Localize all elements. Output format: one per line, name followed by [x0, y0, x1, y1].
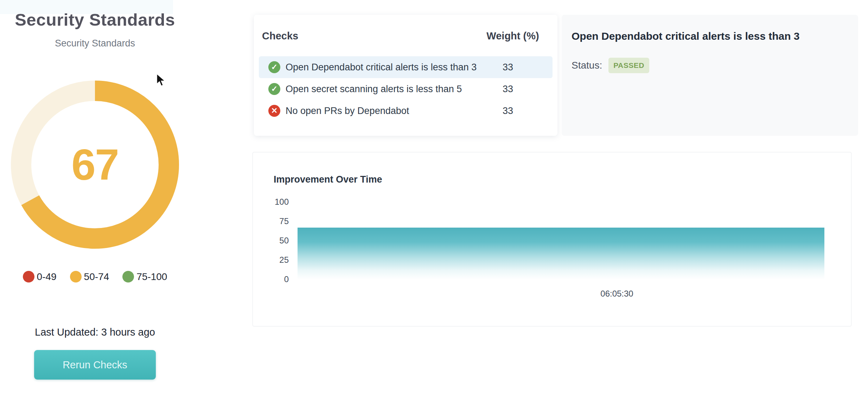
legend-dot-icon: [70, 271, 82, 282]
chart-title: Improvement Over Time: [274, 174, 382, 185]
status-label: Status:: [572, 60, 602, 71]
check-pass-icon: ✓: [268, 83, 280, 95]
check-row-label: No open PRs by Dependabot: [286, 106, 478, 116]
check-row[interactable]: ✓Open secret scanning alerts is less tha…: [259, 78, 553, 100]
legend-item-75-100: 75-100: [122, 271, 167, 282]
check-row-label: Open secret scanning alerts is less than…: [286, 84, 478, 95]
check-row[interactable]: ✓Open Dependabot critical alerts is less…: [259, 56, 553, 78]
check-pass-icon: ✓: [268, 61, 280, 73]
legend-label: 0-49: [37, 271, 57, 282]
y-tick-label: 75: [257, 216, 289, 226]
check-row-label: Open Dependabot critical alerts is less …: [286, 62, 478, 73]
check-row-weight: 33: [478, 84, 538, 95]
last-updated-text: Last Updated: 3 hours ago: [7, 326, 183, 338]
checks-panel-header: Checks Weight (%): [254, 30, 557, 42]
y-tick-label: 50: [257, 236, 289, 246]
check-row[interactable]: ✕No open PRs by Dependabot33: [259, 100, 553, 122]
page-title: Security Standards: [7, 10, 183, 30]
legend-item-0-49: 0-49: [23, 271, 57, 282]
legend-label: 75-100: [136, 271, 167, 282]
y-tick-label: 25: [257, 255, 289, 265]
chart-area-series: [298, 228, 824, 279]
check-row-weight: 33: [478, 106, 538, 116]
check-row-weight: 33: [478, 62, 538, 73]
legend-dot-icon: [122, 271, 134, 282]
page-subtitle: Security Standards: [7, 38, 183, 49]
security-standards-dashboard: Security Standards Security Standards 67…: [0, 0, 868, 394]
checks-list: ✓Open Dependabot critical alerts is less…: [259, 56, 553, 122]
legend-dot-icon: [23, 271, 34, 282]
status-row: Status: PASSED: [562, 58, 858, 73]
y-tick-label: 100: [257, 197, 289, 207]
status-badge: PASSED: [608, 58, 649, 73]
checks-column-header: Checks: [254, 30, 483, 42]
gauge-score-value: 67: [11, 80, 179, 249]
chart-x-tick-label: 06:05:30: [596, 289, 638, 299]
check-detail-panel: Open Dependabot critical alerts is less …: [562, 15, 858, 136]
weight-column-header: Weight (%): [483, 30, 543, 42]
score-gauge: 67: [11, 80, 179, 249]
y-tick-label: 0: [257, 274, 289, 284]
check-fail-icon: ✕: [268, 105, 280, 117]
score-legend: 0-4950-7475-100: [7, 271, 183, 282]
mouse-cursor-icon: [156, 73, 167, 87]
check-detail-heading: Open Dependabot critical alerts is less …: [562, 15, 858, 42]
rerun-checks-button[interactable]: Rerun Checks: [34, 350, 156, 380]
legend-label: 50-74: [84, 271, 109, 282]
checks-panel: Checks Weight (%) ✓Open Dependabot criti…: [254, 15, 557, 136]
legend-item-50-74: 50-74: [70, 271, 109, 282]
improvement-chart-card: Improvement Over Time 1007550250 06:05:3…: [253, 152, 851, 326]
